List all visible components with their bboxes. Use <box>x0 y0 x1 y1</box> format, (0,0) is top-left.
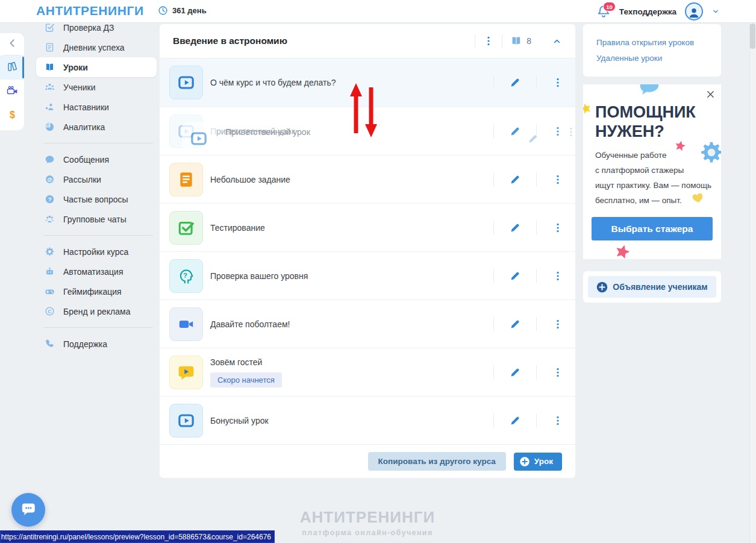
sidebar-item[interactable]: Аналитика <box>36 117 157 137</box>
scrollbar-thumb[interactable] <box>750 24 755 49</box>
at-icon: @ <box>43 174 55 185</box>
module-title: Введение в астрономию <box>173 36 467 46</box>
edit-lesson-icon[interactable] <box>510 77 520 88</box>
icon-rail: $ <box>0 33 24 130</box>
module-controls: 8 <box>467 34 562 48</box>
close-icon[interactable] <box>705 89 716 99</box>
top-header-bar: АНТИТРЕНИНГИ 361 день 10 Техподдержка <box>0 0 756 23</box>
dollar-icon: $ <box>7 109 18 123</box>
divider <box>536 173 537 186</box>
brand-logo: АНТИТРЕНИНГИ <box>36 4 144 18</box>
notifications-bell-icon[interactable]: 10 <box>596 4 611 19</box>
rail-item[interactable] <box>0 80 24 104</box>
lesson-row[interactable]: Зовём гостей Скоро начнется <box>160 348 575 396</box>
copy-from-course-button[interactable]: Копировать из другого курса <box>368 452 506 471</box>
drag-ghost-dots-icon <box>566 127 576 140</box>
edit-lesson-icon[interactable] <box>510 271 520 281</box>
sidebar-item[interactable]: Наставники <box>36 97 157 117</box>
lesson-menu-icon[interactable] <box>552 174 563 185</box>
divider <box>493 221 494 234</box>
chevron-down-icon[interactable] <box>711 7 720 16</box>
sidebar-item[interactable]: Групповые чаты <box>36 209 157 229</box>
divider <box>502 34 502 48</box>
lesson-menu-icon[interactable] <box>552 415 563 426</box>
pink-star-bottom-icon <box>611 240 634 259</box>
camera-solid-icon <box>169 307 203 341</box>
sidebar-item[interactable]: Геймификация <box>36 281 157 301</box>
lesson-row[interactable]: Тестирование <box>160 203 575 251</box>
lesson-row[interactable]: О чём курс и что будем делать? <box>160 58 575 107</box>
divider <box>536 221 537 234</box>
sidebar-divider <box>43 143 153 143</box>
edit-lesson-icon[interactable] <box>510 415 520 426</box>
lesson-title: Зовём гостей <box>210 357 282 367</box>
sidebar-item-label: Аналитика <box>63 122 105 132</box>
divider <box>536 366 537 379</box>
collapse-module-icon[interactable] <box>552 36 562 46</box>
sidebar-item-label: Наставники <box>63 102 109 112</box>
edit-lesson-icon[interactable] <box>510 126 520 137</box>
sidebar-item[interactable]: @ Рассылки <box>36 169 157 189</box>
gear-icon <box>43 246 55 257</box>
edit-lesson-icon[interactable] <box>510 319 520 330</box>
sidebar-item[interactable]: ? Частые вопросы <box>36 189 157 209</box>
lesson-row[interactable]: Приветственный урок Приветственный урок <box>160 107 575 155</box>
robot-icon <box>43 266 55 277</box>
lesson-menu-icon[interactable] <box>552 222 563 233</box>
scrollbar-track[interactable] <box>749 23 756 543</box>
avatar[interactable] <box>685 2 703 20</box>
mentors-icon <box>43 102 55 113</box>
sidebar-item[interactable]: Настройки курса <box>36 242 157 262</box>
lesson-status-badge: Скоро начнется <box>210 372 282 388</box>
sidebar-divider <box>43 327 153 328</box>
choose-intern-button[interactable]: Выбрать стажера <box>592 217 713 240</box>
lesson-menu-icon[interactable] <box>552 126 563 137</box>
lesson-row[interactable]: Небольшое задание <box>160 155 575 203</box>
panel-link[interactable]: Удаленные уроки <box>596 54 708 63</box>
announcement-to-students-button[interactable]: Объявление ученикам <box>588 276 716 298</box>
support-menu[interactable]: Техподдержка <box>619 7 676 16</box>
lesson-row[interactable]: ? Проверка вашего уровня <box>160 251 575 300</box>
sidebar-item[interactable]: Сообщения <box>36 149 157 169</box>
divider <box>536 318 537 331</box>
drag-ghost-pencil-icon <box>528 134 538 146</box>
rail-item[interactable] <box>0 55 24 80</box>
app-root: АНТИТРЕНИНГИ 361 день 10 Техподдержка <box>0 0 756 543</box>
sidebar-item[interactable]: Ученики <box>36 77 157 97</box>
edit-lesson-icon[interactable] <box>510 174 520 185</box>
divider <box>493 366 494 379</box>
lesson-card-footer: Копировать из другого курса Урок <box>160 444 575 478</box>
divider <box>475 34 475 48</box>
edit-lesson-icon[interactable] <box>510 367 520 378</box>
topbar-right-group: 10 Техподдержка <box>596 2 720 20</box>
copyright-icon: C <box>43 306 55 317</box>
rail-item[interactable] <box>0 33 24 55</box>
lesson-rows: О чём курс и что будем делать? <box>160 58 575 444</box>
lesson-menu-icon[interactable] <box>552 77 563 88</box>
lesson-count: 8 <box>510 36 531 46</box>
divider <box>536 414 537 427</box>
sidebar-item[interactable]: Поддержка <box>36 334 157 354</box>
sidebar-item[interactable]: Дневник успеха <box>36 37 157 57</box>
module-menu-icon[interactable] <box>483 36 494 46</box>
panel-link[interactable]: Правила открытия уроков <box>596 38 708 47</box>
divider <box>536 76 537 89</box>
lesson-menu-icon[interactable] <box>552 271 563 281</box>
add-lesson-button[interactable]: Урок <box>514 453 562 471</box>
svg-text:?: ? <box>48 196 51 202</box>
edit-lesson-icon[interactable] <box>510 222 520 233</box>
rail-item[interactable]: $ <box>0 104 24 128</box>
sidebar-item-label: Настройки курса <box>63 247 128 257</box>
sidebar-item[interactable]: Автоматизация <box>36 262 157 281</box>
lesson-row[interactable]: Бонусный урок <box>160 396 575 444</box>
sidebar-item[interactable]: C Бренд и реклама <box>36 301 157 321</box>
announcement-card: Объявление ученикам <box>583 271 721 303</box>
lesson-menu-icon[interactable] <box>552 319 563 330</box>
webinar-camera-icon <box>7 85 18 99</box>
lesson-menu-icon[interactable] <box>552 367 563 378</box>
play-video-icon <box>182 122 216 155</box>
lesson-row[interactable]: Давайте поболтаем! <box>160 300 575 348</box>
support-chat-button[interactable] <box>11 493 45 527</box>
sidebar-item-label: Поддержка <box>63 339 107 349</box>
sidebar-item[interactable]: Уроки <box>36 57 157 77</box>
